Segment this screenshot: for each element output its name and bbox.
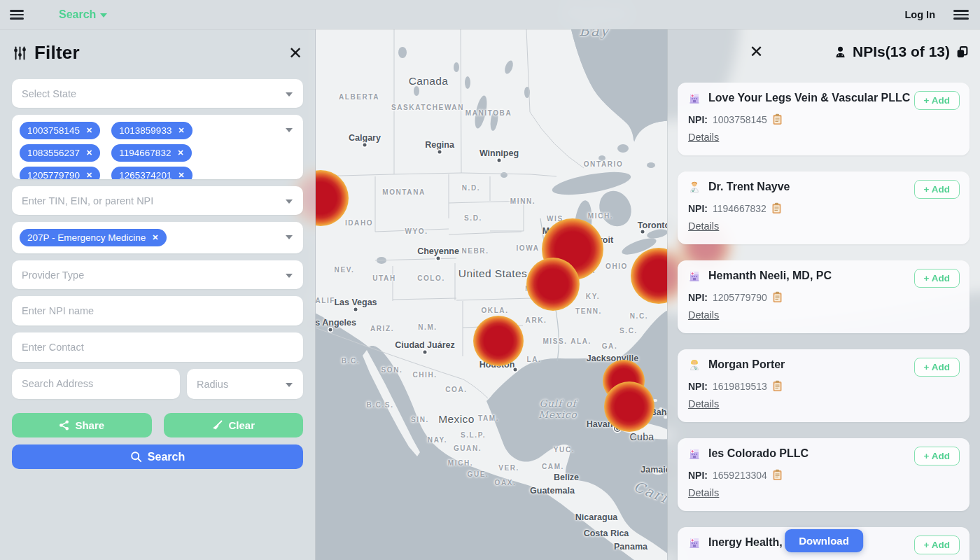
heatmap-blob <box>473 316 524 366</box>
download-button[interactable]: Download <box>785 529 863 552</box>
tin-select[interactable]: Enter TIN, EIN, or parent NPI <box>12 186 303 215</box>
npi-card-name: Inergy Health, L <box>708 536 792 549</box>
filter-chip[interactable]: 207P - Emergency Medicine✕ <box>20 229 167 246</box>
add-button[interactable]: + Add <box>914 269 960 288</box>
hamburger-menu-right-icon[interactable] <box>953 10 969 20</box>
contact-input[interactable] <box>12 332 303 362</box>
npi-row: NPI: 1194667832 <box>688 202 959 214</box>
npi-label: NPI: <box>688 470 708 481</box>
npi-name-field-wrap <box>12 296 303 326</box>
chip-remove-icon[interactable]: ✕ <box>178 172 184 179</box>
npi-value: 1205779790 <box>713 292 767 303</box>
npi-card-name: les Colorado PLLC <box>708 447 808 460</box>
app: HudsonBayCanadaALBERTASASKATCHEWANMANITO… <box>0 0 980 560</box>
chip-label: 1265374201 <box>119 170 172 179</box>
chip-remove-icon[interactable]: ✕ <box>152 234 158 241</box>
chip-label: 1205779790 <box>27 170 80 179</box>
hospital-icon <box>688 447 701 460</box>
add-button[interactable]: + Add <box>914 180 960 199</box>
magnifier-icon <box>130 451 142 463</box>
doctor-male-icon <box>688 181 701 193</box>
filter-chip[interactable]: 1194667832✕ <box>111 144 191 162</box>
chip-remove-icon[interactable]: ✕ <box>178 127 184 134</box>
tin-placeholder: Enter TIN, EIN, or parent NPI <box>22 195 153 206</box>
npi-row: NPI: 1659213304 <box>688 469 959 481</box>
details-link[interactable]: Details <box>688 398 719 410</box>
provider-type-placeholder: Provider Type <box>22 270 84 281</box>
npi-card: Love Your Legs Vein & Vascular PLLC + Ad… <box>678 83 969 155</box>
details-link[interactable]: Details <box>688 309 719 321</box>
npi-row: NPI: 1619819513 <box>688 380 959 392</box>
npi-multiselect[interactable]: 1003758145✕1013859933✕1083556237✕1194667… <box>12 115 303 179</box>
npi-card: Morgan Porter + Add NPI: 1619819513 Deta… <box>678 349 969 422</box>
npi-chip-list: 1003758145✕1013859933✕1083556237✕1194667… <box>20 122 279 179</box>
filter-panel-title: Filter <box>34 42 80 64</box>
add-button[interactable]: + Add <box>914 91 960 110</box>
chevron-down-icon <box>286 200 293 204</box>
clear-button[interactable]: Clear <box>164 413 304 438</box>
radius-placeholder: Radius <box>197 379 228 390</box>
hamburger-menu-icon[interactable] <box>10 10 24 20</box>
top-navigation-bar: Search Log In <box>0 0 980 29</box>
npi-card: Dr. Trent Nayve + Add NPI: 1194667832 De… <box>678 172 969 244</box>
hospital-icon <box>688 536 701 549</box>
chip-remove-icon[interactable]: ✕ <box>86 172 92 179</box>
add-button[interactable]: + Add <box>914 447 960 465</box>
details-link[interactable]: Details <box>688 220 719 232</box>
clipboard-copy-icon[interactable] <box>772 469 783 481</box>
clipboard-copy-icon[interactable] <box>772 380 783 392</box>
specialty-chip-list: 207P - Emergency Medicine✕ <box>20 229 279 246</box>
chip-remove-icon[interactable]: ✕ <box>177 149 183 157</box>
share-button[interactable]: Share <box>12 413 152 438</box>
results-close-icon[interactable]: ✕ <box>750 43 764 60</box>
share-label: Share <box>75 419 104 431</box>
login-button[interactable]: Log In <box>905 9 936 20</box>
npi-label: NPI: <box>688 381 708 392</box>
details-link[interactable]: Details <box>688 487 719 498</box>
filter-chip[interactable]: 1013859933✕ <box>111 122 192 139</box>
heatmap-blob <box>604 382 654 432</box>
clipboard-copy-icon[interactable] <box>772 291 783 303</box>
filter-chip[interactable]: 1003758145✕ <box>20 122 100 139</box>
copy-icon[interactable] <box>955 46 969 59</box>
npi-row: NPI: 1205779790 <box>688 291 959 303</box>
doctor-icon <box>834 46 847 59</box>
address-input[interactable] <box>12 369 180 398</box>
search-label: Search <box>148 451 185 463</box>
filter-chip[interactable]: 1265374201✕ <box>111 167 192 179</box>
add-button[interactable]: + Add <box>914 358 960 377</box>
npi-row: NPI: 1003758145 <box>688 113 959 125</box>
specialty-multiselect[interactable]: 207P - Emergency Medicine✕ <box>12 222 303 253</box>
npi-label: NPI: <box>688 292 708 303</box>
radius-select[interactable]: Radius <box>187 369 303 399</box>
nav-search-menu[interactable]: Search <box>59 8 107 21</box>
npi-value: 1619819513 <box>713 381 767 392</box>
npi-name-input[interactable] <box>12 296 303 326</box>
chip-label: 1194667832 <box>119 148 171 158</box>
npi-card-name: Love Your Legs Vein & Vascular PLLC <box>708 92 910 104</box>
chevron-down-icon <box>286 274 293 278</box>
npi-card-name: Morgan Porter <box>708 358 785 371</box>
broom-icon <box>211 420 223 431</box>
details-link[interactable]: Details <box>688 132 719 143</box>
chevron-down-icon <box>286 235 293 239</box>
filter-panel: Filter ✕ Select State 1003758145✕1013859… <box>0 29 316 560</box>
state-select[interactable]: Select State <box>12 79 303 108</box>
clear-label: Clear <box>228 419 255 431</box>
chip-remove-icon[interactable]: ✕ <box>86 149 92 157</box>
add-button[interactable]: + Add <box>914 536 960 554</box>
filter-chip[interactable]: 1205779790✕ <box>20 167 100 179</box>
chevron-down-icon <box>286 383 293 387</box>
npi-card: les Colorado PLLC + Add NPI: 1659213304 … <box>678 438 969 511</box>
filter-chip[interactable]: 1083556237✕ <box>20 144 100 162</box>
chip-remove-icon[interactable]: ✕ <box>86 127 92 134</box>
npi-value: 1003758145 <box>713 114 767 125</box>
clipboard-copy-icon[interactable] <box>771 202 782 214</box>
nav-search-label: Search <box>59 8 96 21</box>
address-field-wrap <box>12 369 180 399</box>
search-button[interactable]: Search <box>12 444 303 469</box>
provider-type-select[interactable]: Provider Type <box>12 260 303 289</box>
chip-label: 207P - Emergency Medicine <box>27 232 146 243</box>
clipboard-copy-icon[interactable] <box>772 113 783 125</box>
filter-close-icon[interactable]: ✕ <box>288 45 302 62</box>
